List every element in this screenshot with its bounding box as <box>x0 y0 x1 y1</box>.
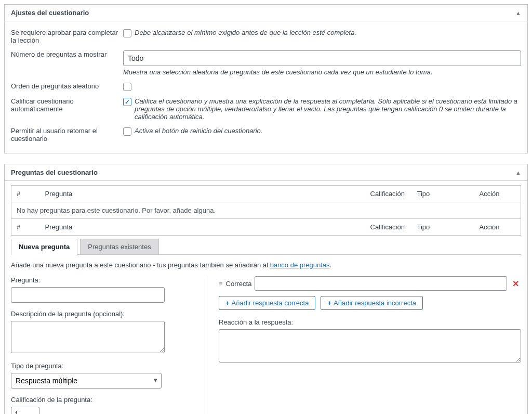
num-questions-label: Número de preguntas a mostrar <box>11 50 123 76</box>
question-form-right: ≡ Correcta ✕ +Añadir respuesta correcta … <box>207 276 521 414</box>
answer-row-correct: ≡ Correcta ✕ <box>219 276 521 291</box>
collapse-icon[interactable]: ▲ <box>515 10 521 16</box>
allow-reset-checkbox[interactable] <box>123 127 131 136</box>
add-correct-answer-button[interactable]: +Añadir respuesta correcta <box>219 296 315 310</box>
settings-panel-title: Ajustes del cuestionario <box>11 9 89 17</box>
collapse-icon[interactable]: ▲ <box>515 170 521 176</box>
question-type-select[interactable]: Respuesta múltiple <box>11 373 162 389</box>
delete-answer-icon[interactable]: ✕ <box>510 279 521 289</box>
answer-correct-input[interactable] <box>255 276 507 291</box>
question-text-label: Pregunta: <box>11 276 198 284</box>
question-grade-input[interactable] <box>11 407 39 414</box>
tab-content-new: Añade una nueva pregunta a este cuestion… <box>11 255 521 414</box>
add-incorrect-answer-button[interactable]: +Añadir respuesta incorrecta <box>321 296 423 310</box>
question-type-label: Tipo de pregunta: <box>11 362 198 370</box>
questions-panel-title: Preguntas del cuestionario <box>11 169 98 176</box>
col-number: # <box>11 186 40 202</box>
pass-required-checkbox[interactable] <box>123 29 131 37</box>
col-action: Acción <box>474 219 521 236</box>
allow-reset-help: Activa el botón de reinicio del cuestion… <box>135 127 262 135</box>
pass-required-label: Se requiere aprobar para completar la le… <box>11 29 123 44</box>
drag-handle-icon[interactable]: ≡ <box>219 280 223 287</box>
col-number: # <box>11 219 40 236</box>
question-tabs: Nueva pregunta Preguntas existentes <box>11 239 521 255</box>
questions-table: # Pregunta Calificación Tipo Acción No h… <box>11 185 521 236</box>
plus-icon: + <box>327 299 331 307</box>
pass-required-help: Debe alcanzarse el mínimo exigido antes … <box>135 29 356 36</box>
col-type: Tipo <box>412 219 474 236</box>
question-form-left: Pregunta: Descripción de la pregunta (op… <box>11 276 207 414</box>
settings-panel: Ajustes del cuestionario ▲ Se requiere a… <box>4 4 528 153</box>
settings-panel-body: Se requiere aprobar para completar la le… <box>5 21 527 153</box>
empty-message: No hay preguntas para este cuestionario.… <box>11 202 521 219</box>
question-grade-label: Calificación de la pregunta: <box>11 396 198 404</box>
num-questions-help: Muestra una selección aleatoria de pregu… <box>123 68 521 76</box>
col-type: Tipo <box>412 186 474 202</box>
question-bank-link[interactable]: banco de preguntas <box>270 261 330 269</box>
answer-feedback-label: Reacción a la respuesta: <box>219 318 521 326</box>
num-questions-input[interactable] <box>123 50 521 66</box>
table-row-empty: No hay preguntas para este cuestionario.… <box>11 202 521 219</box>
questions-panel-body: # Pregunta Calificación Tipo Acción No h… <box>5 181 527 414</box>
question-desc-label: Descripción de la pregunta (opcional): <box>11 310 198 318</box>
tab-new-question[interactable]: Nueva pregunta <box>11 239 77 255</box>
col-action: Acción <box>474 186 521 202</box>
random-order-checkbox[interactable] <box>123 83 131 91</box>
question-desc-textarea[interactable] <box>11 321 165 353</box>
questions-panel: Preguntas del cuestionario ▲ # Pregunta … <box>4 164 528 414</box>
col-question: Pregunta <box>40 186 365 202</box>
tab-existing-questions[interactable]: Preguntas existentes <box>80 239 158 255</box>
col-grade: Calificación <box>365 186 412 202</box>
answer-correct-label: Correcta <box>226 280 252 288</box>
autograde-label: Calificar cuestionario automáticamente <box>11 97 123 121</box>
answer-feedback-textarea[interactable] <box>219 329 521 363</box>
settings-panel-header[interactable]: Ajustes del cuestionario ▲ <box>5 5 527 21</box>
new-question-hint: Añade una nueva pregunta a este cuestion… <box>11 261 521 269</box>
questions-panel-header[interactable]: Preguntas del cuestionario ▲ <box>5 164 527 181</box>
autograde-help: Califica el cuestionario y muestra una e… <box>135 97 521 121</box>
allow-reset-label: Permitir al usuario retomar el cuestiona… <box>11 127 123 143</box>
random-order-label: Orden de preguntas aleatorio <box>11 82 123 91</box>
col-question: Pregunta <box>40 219 365 236</box>
autograde-checkbox[interactable] <box>123 98 131 106</box>
col-grade: Calificación <box>365 219 412 236</box>
plus-icon: + <box>225 299 230 307</box>
question-text-input[interactable] <box>11 287 165 303</box>
